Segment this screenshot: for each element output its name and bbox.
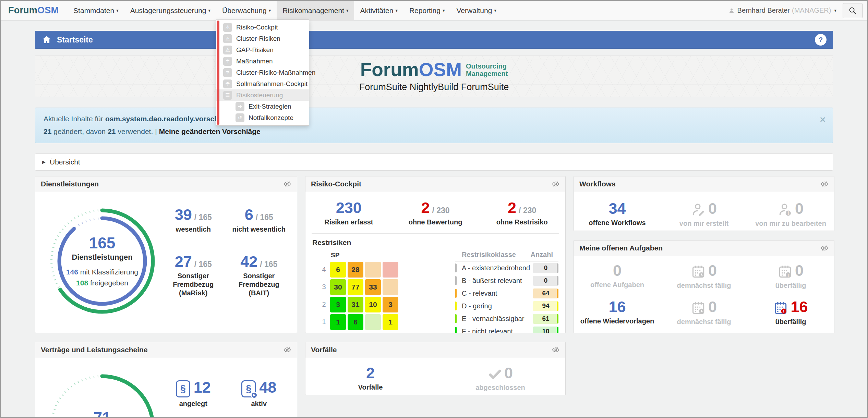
stat-offene-wiedervorlagen[interactable]: 16 offene Wiedervorlagen [574, 299, 661, 325]
search-button[interactable] [843, 3, 863, 18]
app-logo[interactable]: ForumOSM [1, 1, 68, 20]
panel-title: Dienstleistungen [41, 180, 99, 188]
stat-wiedervorlagen-ueberfaellig[interactable]: !16 überfällig [747, 299, 834, 326]
menu-verwaltung[interactable]: Verwaltung▾ [451, 1, 502, 20]
stat-fremdbezug-marisk[interactable]: 27/ 165 Sonstiger Fremdbezug (MaRisk) [162, 254, 225, 297]
menu-ueberwachung[interactable]: Überwachung▾ [216, 1, 277, 20]
menu-stammdaten[interactable]: Stammdaten▾ [68, 1, 124, 20]
chevron-down-icon: ▾ [834, 8, 836, 13]
panel-title: Risiko-Cockpit [311, 180, 361, 188]
stat-wiedervorlagen-demnaechst-faellig[interactable]: 0 demnächst fällig [661, 299, 747, 326]
risk-matrix: SP 4 6 28 3 30 77 33 [318, 248, 455, 333]
paragraph-play-icon: §▶ [241, 380, 256, 397]
close-icon[interactable]: ✕ [820, 113, 826, 127]
matrix-cell[interactable]: 10 [365, 297, 381, 312]
matrix-cell[interactable] [365, 314, 381, 330]
matrix-cell[interactable]: 3 [383, 297, 398, 312]
chevron-down-icon: ▾ [116, 8, 119, 13]
panel-title: Meine offenen Aufgaben [579, 244, 663, 252]
matrix-cell[interactable]: 30 [330, 279, 346, 295]
hide-panel-button[interactable] [552, 180, 560, 188]
stat-wesentlich[interactable]: 39/ 165 wesentlich [162, 207, 225, 233]
dropdown-item-risikosteuerung[interactable]: ☰ Risikosteuerung [216, 89, 309, 101]
stat-aktiv[interactable]: §▶48 aktiv [228, 379, 290, 408]
class-row-d[interactable]: D - gering 94 [455, 300, 558, 312]
eye-slash-icon [552, 346, 560, 354]
dropdown-item-cluster-risiko-massnahmen[interactable]: ☂ Cluster-Risiko-Maßnahmen [216, 67, 309, 78]
brand-logo: ForumOSM [360, 60, 462, 79]
class-row-a[interactable]: A - existenzbedrohend 0 [455, 262, 558, 274]
top-navbar: ForumOSM Stammdaten▾ Auslagerungssteueru… [1, 1, 867, 21]
matrix-cell[interactable] [383, 279, 398, 295]
dropdown-scrollbar[interactable] [217, 21, 219, 125]
stat-vorfaelle[interactable]: 2 Vorfälle [305, 365, 435, 392]
home-icon[interactable] [41, 35, 52, 45]
class-row-c[interactable]: C - relevant 64 [455, 287, 558, 300]
matrix-cell[interactable]: 31 [348, 297, 363, 312]
stat-ohne-restrisiko[interactable]: 2/ 230 ohne Restrisiko [479, 200, 565, 226]
stat-nicht-wesentlich[interactable]: 6/ 165 nicht wesentlich [228, 207, 290, 233]
dropdown-item-sollmassnahmen-cockpit[interactable]: ☂ Sollmaßnahmen-Cockpit [216, 78, 309, 89]
stat-risiken-erfasst[interactable]: 230 Risiken erfasst [305, 200, 392, 226]
user-menu[interactable]: Bernhard Berater (MANAGER) ▾ [728, 7, 836, 14]
menu-auslagerungssteuerung[interactable]: Auslagerungssteuerung▾ [124, 1, 216, 20]
user-alert-icon: ! [778, 202, 793, 217]
chevron-down-icon: ▾ [208, 8, 211, 13]
stat-aufgaben-ueberfaellig[interactable]: !0 überfällig [747, 262, 834, 290]
matrix-cell[interactable] [383, 262, 398, 278]
stat-offene-workflows[interactable]: 34 offene Workflows [574, 200, 661, 227]
eye-slash-icon [820, 180, 829, 188]
risk-cockpit-icon: ⚠ [223, 23, 232, 32]
hide-panel-button[interactable] [820, 244, 829, 252]
matrix-cell[interactable]: 28 [348, 262, 363, 278]
help-button[interactable]: ? [815, 34, 827, 46]
breadcrumb: Startseite ? [35, 31, 833, 49]
dropdown-item-gap-risiken[interactable]: ⚠ GAP-Risiken [216, 44, 309, 56]
menu-risikomanagement[interactable]: Risikomanagement▾ [277, 1, 354, 20]
matrix-cell[interactable]: 1 [330, 314, 346, 330]
class-row-b[interactable]: B - äußerst relevant 0 [455, 274, 558, 287]
stat-von-mir-zu-bearbeiten[interactable]: !0 von mir zu bearbeiten [747, 200, 834, 228]
matrix-cell[interactable]: 6 [330, 262, 346, 278]
hide-panel-button[interactable] [283, 180, 291, 188]
dropdown-item-risiko-cockpit[interactable]: ⚠ Risiko-Cockpit [216, 22, 309, 33]
exit-icon: ➔ [236, 102, 244, 111]
stat-von-mir-erstellt[interactable]: 0 von mir erstellt [661, 200, 747, 228]
changed-proposals-link[interactable]: Meine geänderten Vorschläge [159, 127, 261, 135]
overview-toggle[interactable]: ▶ Übersicht [35, 153, 833, 171]
brand-tagline: Outsourcing Management [466, 62, 508, 77]
dropdown-item-cluster-risiken[interactable]: ⚠ Cluster-Risiken [216, 33, 309, 44]
matrix-cell[interactable]: 33 [365, 279, 381, 295]
menu-aktivitaeten[interactable]: Aktivitäten▾ [354, 1, 403, 20]
dropdown-item-exit-strategien[interactable]: ➔ Exit-Strategien [216, 101, 309, 112]
class-row-e[interactable]: E - vernachlässigbar 61 [455, 312, 558, 325]
brand-header: ForumOSM Outsourcing Management ForumSui… [35, 56, 833, 97]
cluster-risk-icon: ⚠ [223, 34, 232, 43]
hide-panel-button[interactable] [283, 346, 291, 354]
stat-abgeschlossen[interactable]: 0 abgeschlossen [435, 365, 565, 392]
matrix-cell[interactable]: 77 [348, 279, 363, 295]
stat-fremdbezug-bait[interactable]: 42/ 165 Sonstiger Fremdbezug (BAIT) [228, 254, 290, 297]
list-icon: ☰ [223, 91, 232, 100]
menu-reporting[interactable]: Reporting▾ [403, 1, 451, 20]
stat-angelegt[interactable]: §12 angelegt [162, 379, 225, 408]
eye-slash-icon [283, 180, 291, 188]
risikomanagement-dropdown: ⚠ Risiko-Cockpit ⚠ Cluster-Risiken ⚠ GAP… [216, 20, 309, 126]
stat-offene-aufgaben[interactable]: 0 offene Aufgaben [574, 262, 661, 289]
hide-panel-button[interactable] [552, 346, 560, 354]
class-row-f[interactable]: F - nicht relevant 10 [455, 325, 558, 333]
hide-panel-button[interactable] [820, 180, 829, 188]
matrix-cell[interactable]: 3 [330, 297, 346, 312]
stat-ohne-bewertung[interactable]: 2/ 230 ohne Bewertung [392, 200, 479, 226]
dienstleistungen-donut-chart: 165 Dienstleistungen 146 mit Klassifizie… [46, 205, 159, 318]
matrix-cell[interactable] [365, 262, 381, 278]
matrix-cell[interactable]: 6 [348, 314, 363, 330]
stat-aufgaben-demnaechst-faellig[interactable]: 0 demnächst fällig [661, 262, 747, 290]
eye-slash-icon [283, 346, 291, 354]
dropdown-item-massnahmen[interactable]: ☂ Maßnahmen [216, 56, 309, 67]
chevron-down-icon: ▾ [346, 8, 349, 13]
count-badge: 0 [533, 276, 558, 286]
restrisikoklasse-table: Restrisikoklasse Anzahl A - existenzbedr… [455, 248, 558, 333]
dropdown-item-notfallkonzepte[interactable]: ↺ Notfallkonzepte [216, 112, 309, 123]
matrix-cell[interactable]: 1 [383, 314, 398, 330]
